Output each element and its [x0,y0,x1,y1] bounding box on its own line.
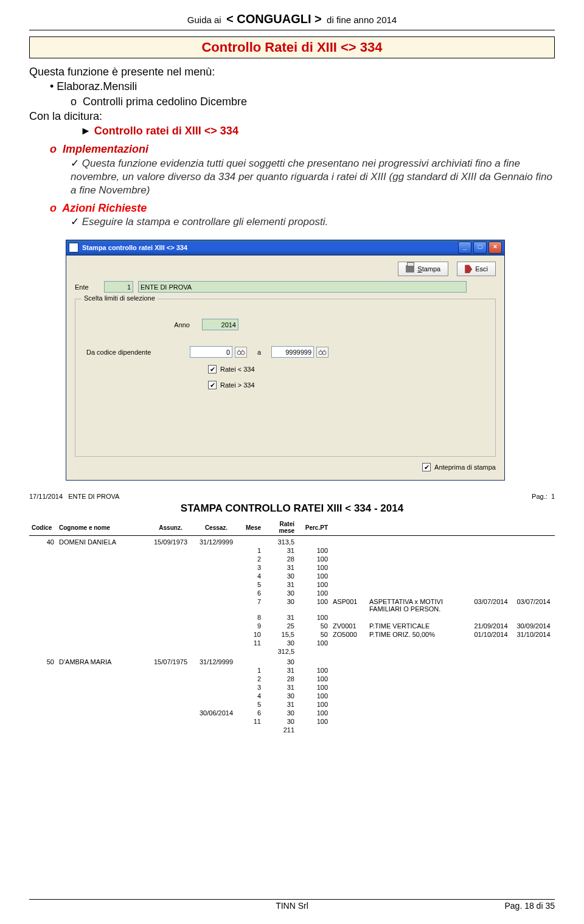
stampa-label: tampa [422,265,441,273]
fieldset-legend: Scelta limiti di selezione [82,294,158,302]
acodice-input[interactable] [271,346,314,358]
ente-code-input[interactable] [104,281,133,293]
printer-icon [406,265,414,273]
checkbox-ratei-lt[interactable]: ✔ Ratei < 334 [208,365,484,373]
checkbox-ratei-gt[interactable]: ✔ Ratei > 334 [208,381,484,389]
header-rule [29,30,555,30]
limits-fieldset: Scelta limiti di selezione Anno Da codic… [75,299,496,457]
checkbox-ratei-gt-label: Ratei > 334 [220,381,255,389]
window-titlebar[interactable]: Stampa controllo ratei XIII <> 334 _ □ × [66,240,504,255]
a-label: a [247,349,271,356]
stampa-button[interactable]: Stampa [398,262,448,276]
heading-azioni: o Azioni Richieste [50,201,555,215]
page-header: Guida ai < CONGUAGLI > di fine anno 2014 [29,12,555,26]
binoculars-icon [318,349,327,356]
esci-button[interactable]: Esci [457,262,496,276]
app-icon [69,243,78,252]
svg-point-2 [319,351,322,355]
dacodice-input[interactable] [190,346,232,358]
anteprima-label: Anteprima di stampa [434,464,496,471]
svg-point-0 [237,351,241,355]
close-button[interactable]: × [488,241,502,254]
maximize-button[interactable]: □ [473,241,487,254]
ente-label: Ente [75,283,99,291]
esci-label: Esci [475,265,488,273]
intro-text: Questa funzione è presente nel menù: • E… [29,64,555,229]
lookup-to-button[interactable] [316,347,328,358]
exit-icon [465,265,472,273]
anno-label: Anno [86,321,202,328]
report-preview: 17/11/2014 ENTE DI PROVA Pag.: 1 STAMPA … [29,493,555,734]
dacodice-label: Da codice dipendente [86,349,190,356]
page-footer: TINN Srl Pag. 18 di 35 [29,899,555,911]
lookup-from-button[interactable] [235,347,247,358]
checkbox-ratei-lt-label: Ratei < 334 [220,366,255,373]
binoculars-icon [237,349,245,356]
ente-name-input[interactable] [138,281,467,293]
report-table: Codice Cognome e nome Assunz. Cessaz. Me… [29,519,555,734]
minimize-button[interactable]: _ [458,241,471,254]
report-title: STAMPA CONTROLLO RATEI XIII < 334 - 2014 [29,502,555,515]
checkbox-anteprima[interactable]: ✔ Anteprima di stampa [422,463,496,471]
app-window: Stampa controllo ratei XIII <> 334 _ □ ×… [66,240,505,481]
heading-implementazioni: o Implementazioni [50,142,555,156]
section-title: Controllo Ratei di XIII <> 334 [29,36,555,58]
svg-point-3 [322,351,326,355]
window-title: Stampa controllo ratei XIII <> 334 [82,244,187,251]
anno-input[interactable] [202,319,238,330]
svg-point-1 [241,351,245,355]
